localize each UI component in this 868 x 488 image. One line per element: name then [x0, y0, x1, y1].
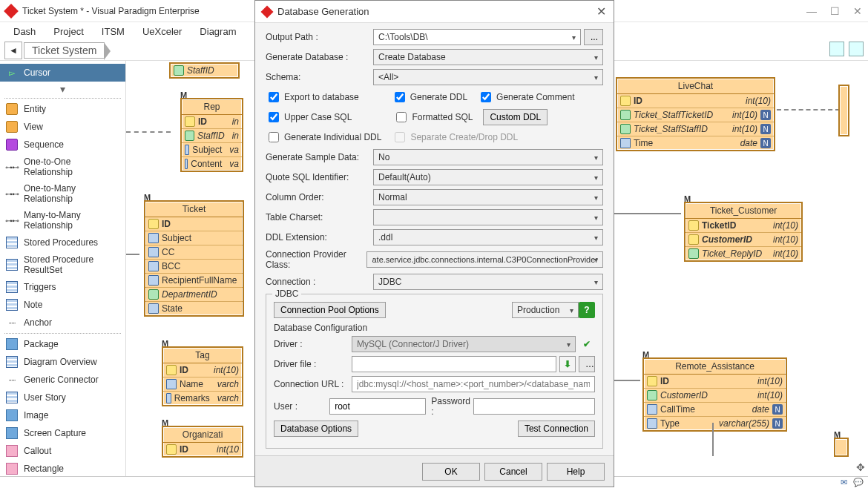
- palette-item-rectangle[interactable]: Rectangle: [0, 460, 125, 478]
- driver-file-input[interactable]: [352, 356, 556, 372]
- dialog-close-icon[interactable]: ✕: [596, 4, 606, 19]
- palette-item-sequence[interactable]: Sequence: [0, 136, 125, 154]
- password-input[interactable]: [473, 398, 595, 415]
- column-icon: [148, 261, 159, 271]
- column-icon: [148, 233, 159, 243]
- status-mail-icon[interactable]: ✉: [841, 478, 847, 487]
- user-input[interactable]: [329, 398, 426, 415]
- entity-icon: [6, 103, 18, 115]
- database-options-button[interactable]: Database Options: [274, 421, 358, 437]
- palette-item-view[interactable]: View: [0, 118, 125, 136]
- seq-icon: [6, 139, 18, 151]
- pkg-icon: [6, 338, 18, 350]
- menu-uexceler[interactable]: UeXceler: [142, 26, 182, 37]
- pan-icon[interactable]: ✥: [856, 461, 865, 473]
- palette-item-one-to-one-relationship[interactable]: ⊶⊷One-to-One Relationship: [0, 154, 125, 180]
- palette-item-diagram-overview[interactable]: Diagram Overview: [0, 353, 125, 371]
- palette-item-entity[interactable]: Entity: [0, 100, 125, 118]
- menu-project[interactable]: Project: [53, 26, 83, 37]
- formatted-sql-checkbox[interactable]: Formatted SQL: [393, 110, 473, 125]
- browse-button[interactable]: ...: [584, 29, 603, 45]
- upper-case-sql-checkbox[interactable]: Upper Case SQL: [266, 110, 352, 125]
- palette-item-image[interactable]: Image: [0, 406, 125, 424]
- table-rep[interactable]: M Rep IDin StaffIDin Subjectva Contentva: [180, 98, 243, 172]
- close-icon[interactable]: ✕: [853, 5, 862, 17]
- key-icon: [688, 220, 699, 231]
- palette-item-one-to-many-relationship[interactable]: ⊶⊷One-to-Many Relationship: [0, 180, 125, 207]
- table-organization[interactable]: M Organizati IDint(10: [162, 426, 243, 458]
- palette-item-stored-procedures[interactable]: Stored Procedures: [0, 234, 125, 251]
- breadcrumb[interactable]: Ticket System: [24, 42, 105, 59]
- custom-ddl-button[interactable]: Custom DDL: [483, 109, 548, 125]
- note-icon: [6, 299, 18, 311]
- column-order-select[interactable]: Normal: [373, 189, 603, 205]
- help-icon[interactable]: ?: [579, 302, 595, 318]
- status-chat-icon[interactable]: 💬: [853, 478, 864, 487]
- table-charset-select[interactable]: [373, 209, 603, 225]
- palette-item-label: Many-to-Many Relationship: [24, 210, 119, 231]
- palette-item-stored-procedure-resultset[interactable]: Stored Procedure ResultSet: [0, 251, 125, 278]
- grid-icon: [6, 356, 18, 368]
- relationship-line: [777, 109, 840, 111]
- connection-pool-options-button[interactable]: Connection Pool Options: [274, 302, 386, 318]
- palette-item-cursor[interactable]: ▻Cursor: [0, 64, 125, 82]
- table-charset-label: Table Charset:: [266, 212, 373, 222]
- driver-select[interactable]: MySQL (Connector/J Driver): [352, 336, 576, 352]
- help-button[interactable]: Help: [547, 463, 605, 481]
- connection-select[interactable]: JDBC: [373, 274, 603, 290]
- palette-sidebar: ▻Cursor▾EntityViewSequence⊶⊷One-to-One R…: [0, 61, 126, 488]
- table-staff[interactable]: StaffID: [169, 62, 240, 79]
- export-database-checkbox[interactable]: Export to database: [266, 90, 359, 105]
- rel-icon: ⊶⊷: [6, 214, 18, 226]
- generate-individual-ddl-checkbox[interactable]: Generate Individual DDL: [266, 130, 381, 145]
- palette-item-label: Anchor: [24, 317, 52, 328]
- ok-button[interactable]: OK: [422, 463, 480, 481]
- palette-item-screen-capture[interactable]: Screen Capture: [0, 424, 125, 442]
- driver-file-browse-button[interactable]: …: [579, 356, 595, 372]
- download-icon[interactable]: ⬇: [559, 356, 576, 372]
- table-ticket-customer[interactable]: M Ticket_Customer TicketIDint(10) Custom…: [684, 202, 803, 262]
- maximize-icon[interactable]: ☐: [830, 5, 840, 17]
- menu-dash[interactable]: Dash: [13, 26, 36, 37]
- nullable-icon: N: [772, 418, 783, 429]
- table-clipped-bottom[interactable]: M: [834, 438, 849, 457]
- breadcrumb-back-icon[interactable]: ◄: [4, 42, 22, 59]
- minimize-icon[interactable]: —: [806, 5, 817, 17]
- cancel-button[interactable]: Cancel: [484, 463, 542, 481]
- table-livechat[interactable]: LiveChat IDint(10) Ticket_StaffTicketIDi…: [616, 77, 775, 151]
- table-clipped-right[interactable]: [838, 85, 849, 136]
- connection-url-input[interactable]: [352, 376, 595, 392]
- output-path-input[interactable]: C:\Tools\DB\: [373, 29, 581, 45]
- connection-provider-select[interactable]: ate.service.jdbc.connections.internal.C3…: [366, 251, 603, 268]
- ddl-extension-select[interactable]: .ddl: [373, 229, 603, 245]
- generate-ddl-checkbox[interactable]: Generate DDL: [392, 90, 467, 105]
- menu-itsm[interactable]: ITSM: [102, 26, 125, 37]
- table-tag[interactable]: M Tag IDint(10) Namevarch Remarksvarch: [162, 346, 243, 406]
- rel-icon: ⊶⊷: [6, 188, 18, 200]
- generate-database-select[interactable]: Create Database: [373, 49, 603, 65]
- dialog-title: Database Generation: [277, 6, 369, 17]
- quote-sql-select[interactable]: Default(Auto): [373, 169, 603, 185]
- palette-item-callout[interactable]: Callout: [0, 442, 125, 460]
- test-connection-button[interactable]: Test Connection: [518, 421, 595, 437]
- environment-select[interactable]: Production: [512, 302, 579, 318]
- generate-comment-checkbox[interactable]: Generate Comment: [478, 90, 574, 105]
- table-ticket[interactable]: M Ticket ID Subject CC BCC RecipientFull…: [144, 200, 244, 317]
- palette-item-note[interactable]: Note: [0, 296, 125, 314]
- palette-item-anchor[interactable]: ·····Anchor: [0, 314, 125, 332]
- palette-item-many-to-many-relationship[interactable]: ⊶⊷Many-to-Many Relationship: [0, 207, 125, 234]
- palette-item-user-story[interactable]: User Story: [0, 389, 125, 406]
- palette-item-label: Entity: [24, 104, 46, 114]
- palette-more-icon[interactable]: ▾: [0, 82, 125, 96]
- schema-select[interactable]: <All>: [373, 69, 603, 85]
- toolbar-btn-2[interactable]: [849, 42, 864, 56]
- toolbar-btn-1[interactable]: [829, 42, 844, 56]
- menu-diagram[interactable]: Diagram: [200, 26, 236, 37]
- column-icon: [620, 138, 631, 148]
- sample-data-select[interactable]: No: [373, 149, 603, 165]
- palette-item-package[interactable]: Package: [0, 335, 125, 353]
- palette-item-generic-connector[interactable]: ·····Generic Connector: [0, 371, 125, 389]
- img-icon: [6, 427, 18, 439]
- palette-item-triggers[interactable]: Triggers: [0, 278, 125, 296]
- table-remote-assistance[interactable]: M Remote_Assistance IDint(10) CustomerID…: [642, 357, 787, 432]
